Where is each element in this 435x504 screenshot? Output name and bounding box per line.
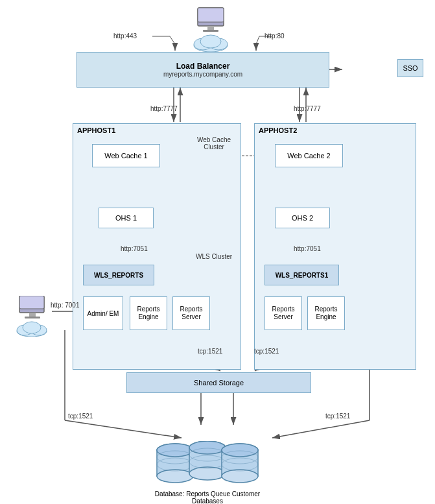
apphost2-label: APPHOST2 xyxy=(259,126,297,134)
webcache1-box: Web Cache 1 xyxy=(92,144,160,167)
http-7777-left-label: http:7777 xyxy=(150,105,178,112)
reports-engine1-box: Reports Engine xyxy=(130,296,167,330)
tcp-1521-bottom-right-label: tcp:1521 xyxy=(325,413,350,420)
svg-line-40 xyxy=(65,420,182,438)
webcache-cluster-label: Web Cache Cluster xyxy=(188,136,240,150)
load-balancer-title: Load Balancer xyxy=(176,62,230,71)
sso-arrow-label: → xyxy=(332,65,338,72)
ohs2-label: OHS 2 xyxy=(292,214,313,222)
admin-em-box: Admin/ EM xyxy=(83,296,123,330)
svg-point-58 xyxy=(23,322,41,333)
architecture-diagram: http:443 http:80 Load Balancer myreports… xyxy=(0,0,435,504)
wls-cluster-label: WLS Cluster xyxy=(188,253,240,260)
reports-server2-box: Reports Server xyxy=(265,296,302,330)
reports-server2-label: Reports Server xyxy=(265,306,301,321)
ohs1-box: OHS 1 xyxy=(99,208,154,228)
reports-engine1-label: Reports Engine xyxy=(130,306,167,321)
sso-label: SSO xyxy=(403,64,417,72)
client-computer-left xyxy=(14,296,50,338)
svg-point-62 xyxy=(157,444,193,457)
svg-point-74 xyxy=(222,444,258,457)
svg-rect-45 xyxy=(207,26,214,30)
http-80-label: http:80 xyxy=(265,32,285,40)
apphost1-label: APPHOST1 xyxy=(77,126,115,134)
wls1-label: WLS_REPORTS xyxy=(94,272,143,279)
svg-line-4 xyxy=(170,36,175,44)
svg-point-50 xyxy=(200,35,221,48)
wls2-label: WLS_REPORTS1 xyxy=(276,272,329,279)
load-balancer-box: Load Balancer myreports.mycompany.com xyxy=(76,52,329,88)
svg-rect-54 xyxy=(25,317,40,318)
webcache2-label: Web Cache 2 xyxy=(287,152,330,160)
http-443-label: http:443 xyxy=(113,32,137,40)
svg-rect-52 xyxy=(19,296,44,309)
wls1-box: WLS_REPORTS xyxy=(83,265,154,285)
ohs1-label: OHS 1 xyxy=(115,214,137,222)
svg-rect-53 xyxy=(29,313,36,317)
admin-em-label: Admin/ EM xyxy=(88,310,119,317)
ohs2-box: OHS 2 xyxy=(275,208,330,228)
svg-rect-46 xyxy=(203,30,218,32)
http-7001-label: http: 7001 xyxy=(51,302,79,309)
reports-engine2-label: Reports Engine xyxy=(308,306,344,321)
svg-rect-44 xyxy=(198,8,224,22)
svg-line-7 xyxy=(256,36,259,44)
http-7051-right-label: http:7051 xyxy=(294,245,321,252)
svg-point-73 xyxy=(222,470,258,483)
load-balancer-url: myreports.mycompany.com xyxy=(163,71,242,78)
shared-storage-label: Shared Storage xyxy=(194,379,244,387)
http-7777-right-label: http:7777 xyxy=(294,105,321,112)
webcache2-box: Web Cache 2 xyxy=(275,144,343,167)
reports-engine2-box: Reports Engine xyxy=(307,296,345,330)
webcache1-label: Web Cache 1 xyxy=(104,152,147,160)
svg-point-68 xyxy=(189,441,226,454)
tcp-1521-right-label: tcp:1521 xyxy=(254,348,279,355)
shared-storage-box: Shared Storage xyxy=(126,372,311,393)
database-area: Database: Reports Queue Customer Databas… xyxy=(143,441,272,504)
svg-point-67 xyxy=(189,467,226,480)
svg-line-42 xyxy=(272,420,370,438)
tcp-1521-bottom-left-label: tcp:1521 xyxy=(68,413,93,420)
sso-box: SSO xyxy=(397,59,423,77)
client-computer-top xyxy=(191,6,230,53)
wls2-box: WLS_REPORTS1 xyxy=(265,265,339,285)
reports-server1-box: Reports Server xyxy=(172,296,210,330)
http-7051-left-label: http:7051 xyxy=(121,245,148,252)
database-label: Database: Reports Queue Customer Databas… xyxy=(143,490,272,504)
tcp-1521-left-label: tcp:1521 xyxy=(198,348,222,355)
reports-server1-label: Reports Server xyxy=(173,306,209,321)
svg-point-61 xyxy=(157,470,193,483)
